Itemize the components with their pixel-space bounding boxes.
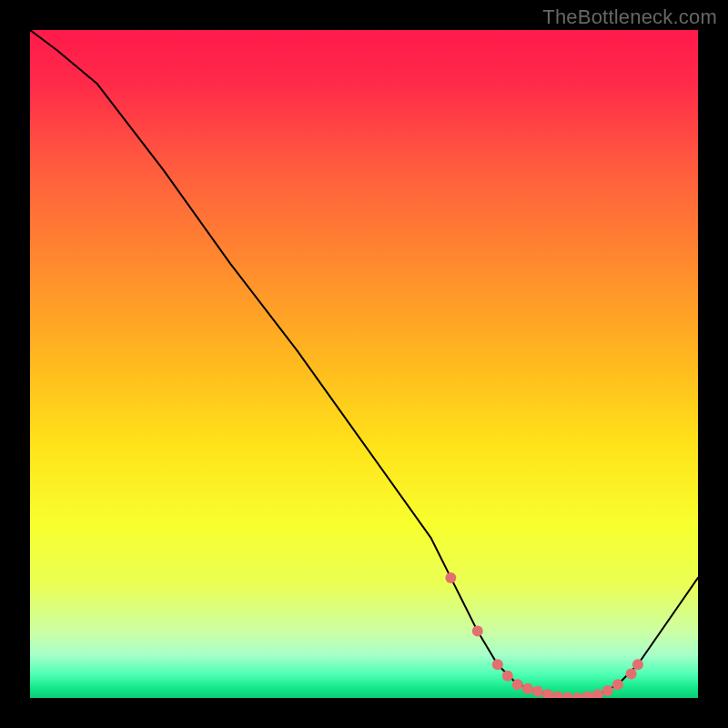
plot-area (30, 30, 698, 698)
svg-rect-0 (30, 30, 698, 698)
chart-stage: TheBottleneck.com (0, 0, 728, 728)
background-gradient (30, 30, 698, 698)
watermark-text: TheBottleneck.com (542, 5, 717, 29)
